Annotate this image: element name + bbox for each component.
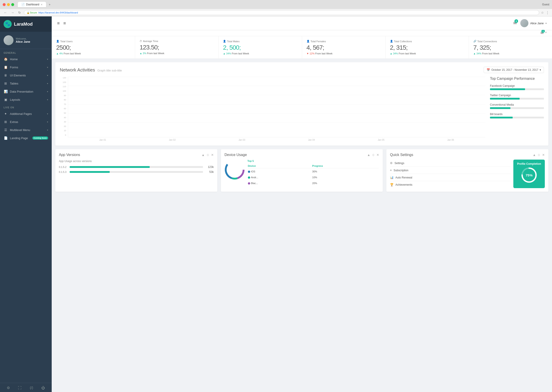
version-bar — [70, 171, 110, 173]
card-controls: ▲ ⊹ ✕ — [202, 153, 214, 157]
collapse-icon[interactable]: ▲ — [533, 153, 536, 157]
sidebar-footer: ⚙ ⛶ ⟨/⟩ ⏻ — [0, 383, 52, 392]
maximize-button[interactable] — [11, 3, 14, 6]
total-males-icon: 👤 — [223, 40, 226, 43]
forward-button[interactable]: → — [10, 10, 15, 15]
app-layout: 🐾 LaraMod Welcome, Alice Jane GENERAL 🏠 … — [0, 16, 552, 392]
guest-label: Guest — [542, 3, 549, 6]
settings-item-subscription[interactable]: ≡ Subscription — [390, 167, 511, 174]
settings-item-settings[interactable]: ⚙ Settings — [390, 160, 511, 167]
version-bar-wrap — [70, 171, 203, 173]
sidebar-item-landing-page[interactable]: 📄 Landing Page Coming Soon — [0, 134, 52, 142]
total-connections-label: Total Connections — [477, 40, 497, 43]
sidebar-item-additional-pages[interactable]: ✦ Additional Pages ▾ — [0, 110, 52, 118]
stat-total-users: 👤 Total Users 2500; ▲ 4% From last Week — [52, 36, 135, 58]
app-versions-card: App Versions ▲ ⊹ ✕ App Usage across vers… — [55, 149, 217, 192]
url-bar[interactable]: 🔒 Secure https://laramod.dev:8443/dashbo… — [24, 10, 539, 15]
code-icon[interactable]: ⟨/⟩ — [30, 386, 33, 390]
sidebar-item-data-presentation[interactable]: 📊 Data Presentation ▾ — [0, 87, 52, 96]
x-label-jan05: Jan 05 — [377, 139, 384, 141]
settings-card-icon[interactable]: ⊹ — [207, 153, 209, 157]
collapse-icon[interactable]: ▲ — [367, 153, 370, 157]
topbar-user-name: Alice Jane — [530, 21, 544, 25]
campaign-conventional: Conventional Media — [490, 103, 544, 109]
expand-icon[interactable]: ⛶ — [18, 386, 21, 390]
browser-menu-icon[interactable]: ⋮ — [546, 11, 549, 15]
y-label-120: 120 — [60, 81, 66, 83]
close-card-icon[interactable]: ✕ — [542, 153, 545, 157]
y-label-90: 90 — [60, 94, 66, 97]
power-icon[interactable]: ⏻ — [41, 386, 45, 390]
settings-label: Subscription — [394, 169, 408, 172]
sidebar-item-home[interactable]: 🏠 Home ▾ — [0, 55, 52, 63]
coming-soon-badge: Coming Soon — [32, 136, 48, 140]
x-axis: Jan 01 Jan 02 Jan 03 Jan 04 Jan 05 Jan 0… — [68, 139, 485, 141]
sidebar-item-forms[interactable]: 📋 Forms ▾ — [0, 63, 52, 71]
sidebar-item-label: Additional Pages — [10, 112, 32, 116]
back-button[interactable]: ← — [3, 10, 8, 15]
user-menu[interactable]: Alice Jane ▾ — [520, 19, 547, 27]
chevron-icon: ▾ — [47, 98, 48, 101]
sidebar-logo: 🐾 LaraMod — [0, 16, 52, 32]
total-connections-icon: 🔗 — [473, 40, 476, 43]
hamburger-icon[interactable]: ≡ — [57, 21, 60, 26]
secondary-notification-button[interactable]: ✉ 1 — [541, 31, 544, 35]
stat-total-collections: 👤 Total Collections 2, 315; ▲ 34% From l… — [385, 36, 469, 58]
tab-title: Dashboard — [26, 3, 39, 6]
sidebar-item-label: Landing Page — [10, 136, 28, 140]
new-tab-button[interactable]: + — [47, 2, 52, 7]
sidebar-item-layouts[interactable]: ▣ Layouts ▾ — [0, 96, 52, 104]
average-time-change: ▲ 3% From last Week — [140, 52, 214, 55]
main-content: ≡ ≡ ✉ 6 Alice Jane ▾ ✉ 1 ▾ — [52, 16, 552, 392]
campaign-facebook: Facebook Campaign — [490, 84, 544, 90]
total-males-change: ▲ 34% From last Week — [223, 52, 297, 55]
multilevel-menu-icon: ☰ — [4, 128, 8, 132]
version-row-2: 0.1.5.3 53k — [59, 170, 214, 174]
stats-row: 👤 Total Users 2500; ▲ 4% From last Week … — [52, 36, 552, 59]
close-button[interactable] — [3, 3, 6, 6]
calendar-icon: 📅 — [487, 68, 490, 71]
y-axis: 0 10 20 30 40 50 60 70 80 90 100 110 — [60, 77, 67, 136]
dropdown-arrow[interactable]: ▾ — [545, 31, 547, 35]
sidebar-item-extras[interactable]: ⊞ Extras ▾ — [0, 118, 52, 126]
blackberry-percent: 20% — [312, 181, 379, 186]
settings-item-achievements[interactable]: 🏆 Achievements — [390, 181, 511, 188]
refresh-button[interactable]: ↻ — [17, 10, 22, 15]
chevron-icon: ▾ — [47, 66, 48, 69]
total-females-icon: 👤 — [307, 40, 310, 43]
settings-card-icon[interactable]: ⊹ — [372, 153, 375, 157]
app-versions-header: App Versions ▲ ⊹ ✕ — [59, 153, 214, 157]
y-label-40: 40 — [60, 116, 66, 119]
version-label: 0.1.5.3 — [59, 171, 68, 173]
tab-dashboard[interactable]: 📄 Dashboard ✕ — [18, 2, 46, 7]
date-picker-chevron: ▾ — [540, 68, 541, 71]
settings-item-auto-renewal[interactable]: 📊 Auto Renewal — [390, 174, 511, 181]
close-card-icon[interactable]: ✕ — [377, 153, 379, 157]
y-label-110: 110 — [60, 85, 66, 88]
sidebar-item-tables[interactable]: ⊞ Tables ▾ — [0, 79, 52, 87]
quick-settings-card: Quick Settings ▲ ⊹ ✕ ⚙ Settings — [386, 149, 548, 192]
settings-card-icon[interactable]: ⊹ — [538, 153, 540, 157]
chevron-icon: ▾ — [47, 129, 48, 131]
notification-button[interactable]: ✉ 6 — [513, 21, 517, 26]
additional-pages-icon: ✦ — [4, 112, 8, 116]
date-range-picker[interactable]: 📅 October 15, 2017 - November 13, 2017 ▾ — [484, 67, 544, 73]
collapse-icon[interactable]: ▲ — [202, 153, 205, 157]
bookmark-icon[interactable]: ☆ — [541, 11, 544, 14]
network-activities-subtitle: Graph title sub-title — [97, 69, 122, 72]
close-card-icon[interactable]: ✕ — [211, 153, 214, 157]
data-presentation-icon: 📊 — [4, 90, 8, 93]
sidebar-item-multilevel-menu[interactable]: ☰ Multilevel Menu ▾ — [0, 126, 52, 134]
minimize-button[interactable] — [7, 3, 10, 6]
total-collections-icon: 👤 — [390, 40, 393, 43]
quick-settings-layout: ⚙ Settings ≡ Subscription 📊 Auto Renewal — [390, 160, 545, 188]
topbar-right: ✉ 6 Alice Jane ▾ — [513, 19, 547, 27]
total-males-value: 2, 500; — [223, 44, 297, 51]
settings-footer-icon[interactable]: ⚙ — [7, 386, 10, 390]
sidebar-item-ui-elements[interactable]: 🖥 UI Elements ▾ — [0, 71, 52, 79]
campaign-bar-wrap — [490, 98, 544, 100]
stat-total-connections: 🔗 Total Connections 7, 325; ▲ 34% From l… — [469, 36, 552, 58]
y-label-10: 10 — [60, 129, 66, 132]
hamburger2-icon[interactable]: ≡ — [63, 21, 66, 26]
tab-close-icon[interactable]: ✕ — [41, 3, 42, 6]
